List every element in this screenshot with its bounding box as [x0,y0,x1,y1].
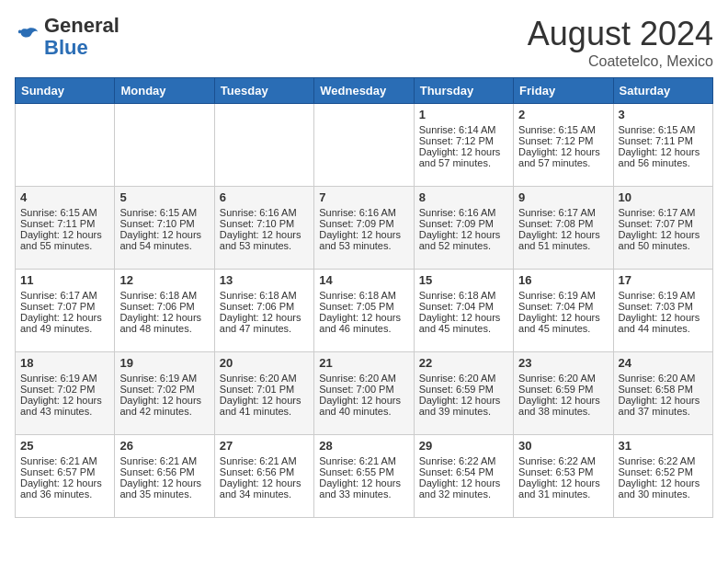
day-number: 21 [319,356,408,370]
weekday-header-sunday: Sunday [16,78,115,104]
day-info: Sunset: 7:11 PM [619,135,708,146]
day-info: and 38 minutes. [518,406,608,417]
day-info: Daylight: 12 hours [518,312,608,323]
day-info: Sunrise: 6:17 AM [518,207,608,218]
day-info: Daylight: 12 hours [619,477,708,488]
day-info: Daylight: 12 hours [20,312,109,323]
day-info: and 45 minutes. [518,323,608,334]
day-info: Sunset: 7:07 PM [619,218,708,229]
calendar-cell: 27Sunrise: 6:21 AMSunset: 6:56 PMDayligh… [214,435,313,518]
logo-text: General Blue [44,15,119,59]
day-number: 1 [419,108,508,121]
calendar-cell: 8Sunrise: 6:16 AMSunset: 7:09 PMDaylight… [414,187,513,270]
day-info: and 54 minutes. [119,240,209,251]
day-info: Daylight: 12 hours [518,229,608,240]
day-info: Sunset: 7:10 PM [119,218,209,229]
weekday-header-monday: Monday [115,78,214,104]
day-info: Sunrise: 6:19 AM [20,373,109,384]
day-number: 3 [619,108,708,121]
calendar-table: SundayMondayTuesdayWednesdayThursdayFrid… [15,77,713,518]
day-info: Sunset: 7:02 PM [20,384,109,395]
calendar-cell: 29Sunrise: 6:22 AMSunset: 6:54 PMDayligh… [414,435,513,518]
day-info: and 56 minutes. [619,157,708,168]
day-number: 12 [119,273,209,287]
day-info: Daylight: 12 hours [518,146,608,157]
day-info: and 55 minutes. [20,240,109,251]
day-info: Sunset: 6:58 PM [619,384,708,395]
calendar-week-row: 4Sunrise: 6:15 AMSunset: 7:11 PMDaylight… [16,187,713,270]
day-info: Sunrise: 6:14 AM [419,124,508,135]
day-number: 7 [319,190,408,204]
day-info: Sunset: 7:11 PM [20,218,109,229]
day-info: and 39 minutes. [419,406,508,417]
day-info: and 35 minutes. [119,488,209,500]
calendar-cell: 22Sunrise: 6:20 AMSunset: 6:59 PMDayligh… [414,352,513,435]
title-block: August 2024 Coatetelco, Mexico [528,15,713,70]
day-info: and 33 minutes. [319,488,408,500]
day-info: Daylight: 12 hours [419,477,508,488]
calendar-week-row: 25Sunrise: 6:21 AMSunset: 6:57 PMDayligh… [16,435,713,518]
day-info: Daylight: 12 hours [419,312,508,323]
calendar-cell: 9Sunrise: 6:17 AMSunset: 7:08 PMDaylight… [514,187,613,270]
day-number: 28 [319,439,408,453]
day-info: Sunrise: 6:17 AM [20,290,109,301]
weekday-header-thursday: Thursday [414,78,513,104]
calendar-cell: 2Sunrise: 6:15 AMSunset: 7:12 PMDaylight… [514,104,613,187]
day-number: 19 [119,356,209,370]
day-info: Sunset: 6:59 PM [419,384,508,395]
day-info: and 34 minutes. [220,488,309,500]
calendar-cell: 12Sunrise: 6:18 AMSunset: 7:06 PMDayligh… [115,270,214,352]
day-info: and 40 minutes. [319,406,408,417]
calendar-cell: 1Sunrise: 6:14 AMSunset: 7:12 PMDaylight… [414,104,513,187]
day-info: Daylight: 12 hours [119,312,209,323]
day-info: Daylight: 12 hours [119,395,209,406]
calendar-cell: 16Sunrise: 6:19 AMSunset: 7:04 PMDayligh… [514,270,613,352]
weekday-header-friday: Friday [514,78,613,104]
calendar-cell: 30Sunrise: 6:22 AMSunset: 6:53 PMDayligh… [514,435,613,518]
day-info: Sunrise: 6:18 AM [119,290,209,301]
day-info: and 46 minutes. [319,323,408,334]
day-info: Daylight: 12 hours [619,395,708,406]
calendar-cell [115,104,214,187]
day-info: and 31 minutes. [518,488,608,500]
day-number: 10 [619,190,708,204]
day-info: Sunset: 7:09 PM [319,218,408,229]
calendar-cell: 20Sunrise: 6:20 AMSunset: 7:01 PMDayligh… [214,352,313,435]
day-info: Sunset: 7:06 PM [119,301,209,312]
logo-blue: Blue [44,36,88,59]
day-number: 20 [220,356,309,370]
day-info: Sunset: 6:56 PM [119,466,209,477]
day-info: Daylight: 12 hours [20,229,109,240]
day-info: Daylight: 12 hours [20,395,109,406]
day-info: Daylight: 12 hours [619,146,708,157]
calendar-cell: 28Sunrise: 6:21 AMSunset: 6:55 PMDayligh… [314,435,414,518]
day-info: Sunset: 7:10 PM [220,218,309,229]
day-info: Daylight: 12 hours [319,312,408,323]
day-info: Sunrise: 6:22 AM [518,455,608,466]
day-info: Sunset: 7:05 PM [319,301,408,312]
day-info: Daylight: 12 hours [220,229,309,240]
day-info: Sunset: 6:53 PM [518,466,608,477]
day-info: and 57 minutes. [419,157,508,168]
day-info: and 43 minutes. [20,406,109,417]
calendar-cell: 24Sunrise: 6:20 AMSunset: 6:58 PMDayligh… [613,352,712,435]
day-info: Sunrise: 6:20 AM [419,373,508,384]
calendar-cell: 18Sunrise: 6:19 AMSunset: 7:02 PMDayligh… [16,352,115,435]
calendar-cell: 14Sunrise: 6:18 AMSunset: 7:05 PMDayligh… [314,270,414,352]
day-number: 24 [619,356,708,370]
calendar-cell: 21Sunrise: 6:20 AMSunset: 7:00 PMDayligh… [314,352,414,435]
calendar-cell: 26Sunrise: 6:21 AMSunset: 6:56 PMDayligh… [115,435,214,518]
day-info: Sunrise: 6:21 AM [220,455,309,466]
calendar-cell: 11Sunrise: 6:17 AMSunset: 7:07 PMDayligh… [16,270,115,352]
day-info: Sunrise: 6:16 AM [220,207,309,218]
day-number: 4 [20,190,109,204]
day-info: Sunset: 7:02 PM [119,384,209,395]
day-number: 29 [419,439,508,453]
day-info: and 49 minutes. [20,323,109,334]
day-info: Sunrise: 6:15 AM [119,207,209,218]
day-info: and 52 minutes. [419,240,508,251]
day-info: and 41 minutes. [220,406,309,417]
weekday-header-row: SundayMondayTuesdayWednesdayThursdayFrid… [16,78,713,104]
day-info: Sunrise: 6:16 AM [419,207,508,218]
day-info: and 32 minutes. [419,488,508,500]
